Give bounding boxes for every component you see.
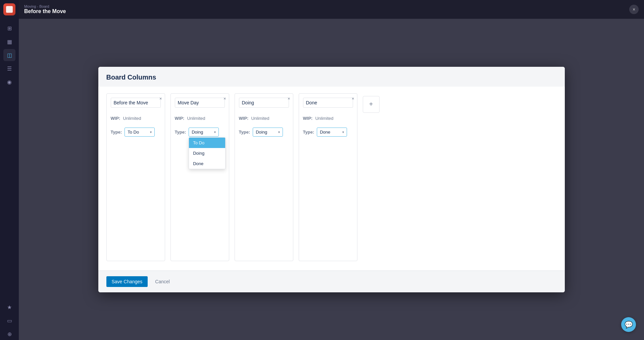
dropdown-wrapper-move-day: Doing ▾ To Do Doing Done xyxy=(189,128,219,137)
column-card-done: × WIP: Unlimited Type: Done ▾ xyxy=(299,93,357,261)
dialog-footer: Save Changes Cancel xyxy=(98,271,565,292)
type-row-before-move: Type: To Do ▾ xyxy=(111,128,161,137)
board-columns-dialog: Board Columns × WIP: Unlimited Type: To … xyxy=(98,67,565,292)
sidebar-icon-trophy[interactable]: ★ xyxy=(3,301,15,313)
wip-row-before-move: WIP: Unlimited xyxy=(111,116,161,121)
sidebar-icon-window[interactable]: ▭ xyxy=(3,314,15,327)
wip-row-doing: WIP: Unlimited xyxy=(239,116,289,121)
column-close-done[interactable]: × xyxy=(352,96,354,101)
sidebar-icon-list[interactable]: ☰ xyxy=(3,62,15,75)
wip-value-before-move: Unlimited xyxy=(123,116,141,121)
column-close-move-day[interactable]: × xyxy=(224,96,226,101)
sidebar: ⊞ ▦ ◫ ☰ ◉ ★ ▭ ⊕ xyxy=(0,0,19,340)
dropdown-option-todo[interactable]: To Do xyxy=(189,138,225,148)
save-changes-button[interactable]: Save Changes xyxy=(106,276,148,287)
column-name-move-day[interactable] xyxy=(175,98,225,108)
type-dropdown-menu-move-day: To Do Doing Done xyxy=(189,137,226,169)
type-select-before-move[interactable]: To Do ▾ xyxy=(125,128,155,137)
column-name-before-move[interactable] xyxy=(111,98,161,108)
column-card-doing: × WIP: Unlimited Type: Doing ▾ xyxy=(235,93,293,261)
wip-value-doing: Unlimited xyxy=(251,116,269,121)
type-row-done: Type: Done ▾ xyxy=(303,128,353,137)
wip-label-before-move: WIP: xyxy=(111,116,120,121)
topbar-title: Before the Move xyxy=(24,8,66,14)
sidebar-icon-dashboard[interactable]: ▦ xyxy=(3,36,15,48)
type-select-value-move-day: Doing xyxy=(192,130,212,135)
column-name-done[interactable] xyxy=(303,98,353,108)
wip-label-move-day: WIP: xyxy=(175,116,185,121)
type-label-done: Type: xyxy=(303,130,314,135)
sidebar-icon-home[interactable]: ⊞ xyxy=(3,22,15,34)
type-select-move-day[interactable]: Doing ▾ xyxy=(189,128,219,137)
cancel-button[interactable]: Cancel xyxy=(151,276,174,287)
wip-value-move-day: Unlimited xyxy=(187,116,205,121)
chat-icon: 💬 xyxy=(625,321,633,329)
type-select-done[interactable]: Done ▾ xyxy=(317,128,347,137)
type-row-move-day: Type: Doing ▾ To Do Doing Done xyxy=(175,128,225,137)
type-select-value-before-move: To Do xyxy=(128,130,148,135)
type-row-doing: Type: Doing ▾ xyxy=(239,128,289,137)
topbar-close-button[interactable]: × xyxy=(629,5,639,14)
sidebar-icon-board[interactable]: ◫ xyxy=(3,49,15,61)
topbar-subtitle: Moving - Board xyxy=(24,4,66,8)
sidebar-icon-add-circle[interactable]: ⊕ xyxy=(3,328,15,340)
type-select-doing[interactable]: Doing ▾ xyxy=(253,128,283,137)
chat-button[interactable]: 💬 xyxy=(621,317,636,332)
wip-row-move-day: WIP: Unlimited xyxy=(175,116,225,121)
dialog-title: Board Columns xyxy=(106,74,156,81)
column-name-doing[interactable] xyxy=(239,98,289,108)
wip-row-done: WIP: Unlimited xyxy=(303,116,353,121)
wip-label-done: WIP: xyxy=(303,116,313,121)
wip-value-done: Unlimited xyxy=(315,116,333,121)
column-close-doing[interactable]: × xyxy=(288,96,290,101)
type-select-value-doing: Doing xyxy=(256,130,276,135)
add-column-button[interactable]: + xyxy=(363,96,380,113)
dropdown-option-done[interactable]: Done xyxy=(189,158,225,169)
topbar: Moving - Board Before the Move × xyxy=(19,0,644,19)
topbar-title-group: Moving - Board Before the Move xyxy=(24,4,66,14)
chevron-down-icon-done: ▾ xyxy=(342,130,344,134)
app-logo[interactable] xyxy=(3,3,15,15)
type-label-doing: Type: xyxy=(239,130,250,135)
type-label-before-move: Type: xyxy=(111,130,122,135)
dialog-header: Board Columns xyxy=(98,67,565,87)
dialog-body: × WIP: Unlimited Type: To Do ▾ xyxy=(98,87,565,271)
columns-row: × WIP: Unlimited Type: To Do ▾ xyxy=(106,89,557,265)
column-card-move-day: × WIP: Unlimited Type: Doing ▾ xyxy=(170,93,229,261)
type-label-move-day: Type: xyxy=(175,130,186,135)
chevron-down-icon-move-day: ▾ xyxy=(214,130,216,134)
chevron-down-icon-before-move: ▾ xyxy=(150,130,152,134)
wip-label-doing: WIP: xyxy=(239,116,249,121)
dropdown-option-doing[interactable]: Doing xyxy=(189,148,225,158)
sidebar-icon-users[interactable]: ◉ xyxy=(3,76,15,88)
chevron-down-icon-doing: ▾ xyxy=(278,130,280,134)
column-close-before-move[interactable]: × xyxy=(159,96,162,101)
type-select-value-done: Done xyxy=(320,130,340,135)
main-content: Board Columns × WIP: Unlimited Type: To … xyxy=(19,19,644,340)
column-card-before-move: × WIP: Unlimited Type: To Do ▾ xyxy=(106,93,165,261)
